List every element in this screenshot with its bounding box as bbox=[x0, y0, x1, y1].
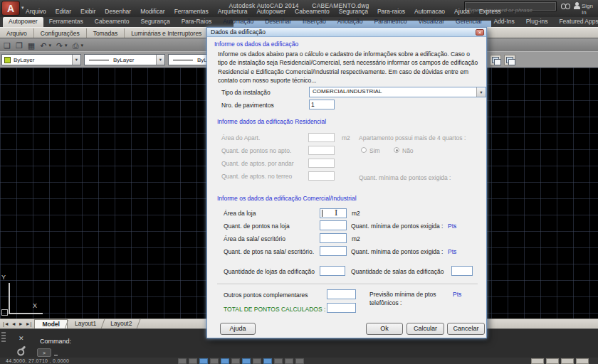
undo-icon[interactable]: ↶ bbox=[40, 40, 46, 51]
ucs-icon: Y X bbox=[1, 274, 51, 318]
redo-icon[interactable]: ↷ bbox=[56, 40, 63, 51]
layer-color-swatch bbox=[4, 57, 11, 63]
ribbon-tab[interactable]: Automação bbox=[217, 17, 259, 27]
plugin-menu-item[interactable]: Luminárias e Interruptores bbox=[125, 28, 209, 38]
ribbon-tab[interactable]: Featured Apps bbox=[553, 17, 598, 27]
area-sala-input[interactable] bbox=[320, 233, 347, 243]
ribbon-tab[interactable]: Desenhar bbox=[259, 17, 297, 27]
total-pontos-input[interactable] bbox=[327, 303, 356, 313]
command-input-badge[interactable]: > bbox=[37, 348, 51, 357]
menu-item[interactable]: Segurança bbox=[339, 8, 368, 15]
menu-item[interactable]: Automacao bbox=[414, 8, 445, 15]
ribbon-tab[interactable]: Cabeamento bbox=[89, 17, 135, 27]
status-button[interactable] bbox=[531, 358, 544, 364]
plugin-menu-item[interactable]: Tomadas bbox=[87, 28, 125, 38]
dialog-title[interactable]: Dados da edificação bbox=[207, 28, 486, 37]
layout-nav-icon[interactable]: ◄ bbox=[11, 321, 16, 326]
qtd-lojas-input[interactable] bbox=[320, 266, 345, 276]
chevron-down-icon[interactable]: ▾ bbox=[72, 55, 80, 65]
menu-item[interactable]: Exibir bbox=[80, 8, 95, 15]
menu-item[interactable]: Arquivo bbox=[26, 8, 46, 15]
ajuda-button[interactable]: Ajuda bbox=[220, 323, 256, 335]
outros-pontos-input[interactable] bbox=[327, 289, 356, 299]
ribbon-tab[interactable]: Ferramentas bbox=[43, 17, 89, 27]
status-toggle[interactable] bbox=[221, 358, 229, 364]
linetype-combo[interactable]: ByLayer ▾ bbox=[84, 54, 165, 65]
layout-nav-icon[interactable]: ► bbox=[19, 321, 23, 326]
ribbon-tab[interactable]: Parametrico bbox=[369, 17, 413, 27]
new-file-icon[interactable]: ❏ bbox=[4, 40, 11, 51]
layer-states-icon[interactable] bbox=[490, 55, 501, 65]
status-toggle[interactable] bbox=[285, 358, 293, 364]
plugin-menu-item[interactable]: Arquivo bbox=[0, 28, 34, 38]
status-button[interactable] bbox=[561, 358, 574, 364]
title-bar: A ▾ Autodesk AutoCAD 2014 CABEAMENTO.dwg… bbox=[0, 0, 598, 17]
layout-tab[interactable]: Layout1 bbox=[68, 319, 103, 328]
dialog-close-button[interactable]: ✕ bbox=[476, 29, 484, 36]
status-toggle[interactable] bbox=[199, 358, 208, 364]
status-toggle[interactable] bbox=[242, 358, 251, 364]
sign-in-link[interactable]: Sign In bbox=[582, 3, 598, 16]
pontos-loja-input[interactable] bbox=[320, 220, 347, 230]
menu-item[interactable]: Modificar bbox=[140, 8, 164, 15]
layer-copy-icon[interactable] bbox=[504, 55, 515, 65]
color-combo[interactable]: ByLayer ▾ bbox=[1, 54, 81, 65]
ribbon-tab[interactable]: Visualizar bbox=[412, 17, 450, 27]
menu-item[interactable]: Para-raios bbox=[377, 8, 405, 15]
layout-nav-icon[interactable]: ►| bbox=[26, 321, 32, 326]
print-icon[interactable]: ⎙ bbox=[73, 40, 79, 51]
qtd-salas-label: Quantidade de salas da edificação bbox=[351, 268, 444, 275]
status-toggle[interactable] bbox=[210, 358, 219, 364]
command-grip[interactable] bbox=[1, 332, 6, 343]
min-pontos-loja-label: Quant. mínima de pontos exigida : bbox=[351, 223, 443, 230]
ribbon-tab[interactable]: Segurança bbox=[135, 17, 176, 27]
ribbon-tab[interactable]: Para-Raios bbox=[176, 17, 218, 27]
status-toggle[interactable] bbox=[274, 358, 283, 364]
layout-nav-icon[interactable]: |◄ bbox=[3, 321, 9, 326]
search-binoculars-icon[interactable] bbox=[561, 3, 571, 10]
save-icon[interactable]: ▦ bbox=[28, 40, 35, 51]
calcular-button[interactable]: Calcular bbox=[406, 323, 444, 335]
menu-item[interactable]: Desenhar bbox=[105, 8, 131, 15]
cancelar-button[interactable]: Cancelar bbox=[447, 323, 485, 335]
chevron-down-icon[interactable]: ▾ bbox=[476, 87, 486, 97]
menu-item[interactable]: Cabeamento bbox=[295, 8, 330, 15]
menu-item[interactable]: Editar bbox=[56, 8, 71, 15]
open-file-icon[interactable]: ❐ bbox=[16, 40, 23, 51]
status-toggle[interactable] bbox=[189, 358, 197, 364]
status-toggle[interactable] bbox=[295, 358, 304, 364]
status-button[interactable] bbox=[546, 358, 559, 364]
redo-dropdown-icon[interactable]: ▾ bbox=[65, 43, 68, 48]
undo-dropdown-icon[interactable]: ▾ bbox=[48, 43, 51, 48]
ribbon-tab[interactable]: Autopower bbox=[3, 17, 43, 27]
ribbon-tab[interactable]: Inserção bbox=[297, 17, 332, 27]
ribbon-tab[interactable]: Add-Ins bbox=[488, 17, 520, 27]
toolbar-more-icon[interactable]: ▾ bbox=[80, 43, 83, 48]
status-toggle[interactable] bbox=[263, 358, 272, 364]
ribbon-tab[interactable]: Plug-ins bbox=[520, 17, 554, 27]
ok-button[interactable]: Ok bbox=[366, 323, 403, 335]
status-button[interactable] bbox=[576, 358, 589, 364]
chevron-down-icon[interactable]: ▾ bbox=[156, 55, 164, 65]
ribbon-tab[interactable]: Gerenciar bbox=[450, 17, 488, 27]
ptos-sala-input[interactable] bbox=[320, 246, 347, 256]
pavimentos-input[interactable] bbox=[309, 100, 335, 109]
status-toggle[interactable] bbox=[253, 358, 261, 364]
status-toggle[interactable] bbox=[231, 358, 240, 364]
menu-item[interactable]: Arquitetura bbox=[218, 8, 248, 15]
layout-tab[interactable]: Layout2 bbox=[103, 319, 139, 328]
layout-tab[interactable]: Model bbox=[34, 319, 68, 328]
divider bbox=[217, 284, 478, 284]
status-toggle[interactable] bbox=[178, 358, 187, 364]
wrench-icon[interactable] bbox=[19, 346, 26, 353]
menu-item[interactable]: Express bbox=[479, 8, 501, 15]
area-loja-input[interactable] bbox=[320, 208, 347, 218]
ribbon-tab[interactable]: Anotação bbox=[332, 17, 369, 27]
tipo-instalacao-select[interactable]: COMERCIAL/INDUSTRIAL ▾ bbox=[309, 87, 486, 97]
close-icon[interactable]: ✕ bbox=[19, 335, 24, 342]
menu-item[interactable]: Autopower bbox=[256, 8, 285, 15]
plugin-menu-item[interactable]: Configurações bbox=[34, 28, 87, 38]
qtd-salas-input[interactable] bbox=[451, 266, 473, 276]
menu-item[interactable]: Ferramentas bbox=[174, 8, 209, 15]
menu-item[interactable]: Ajuda bbox=[454, 8, 470, 15]
